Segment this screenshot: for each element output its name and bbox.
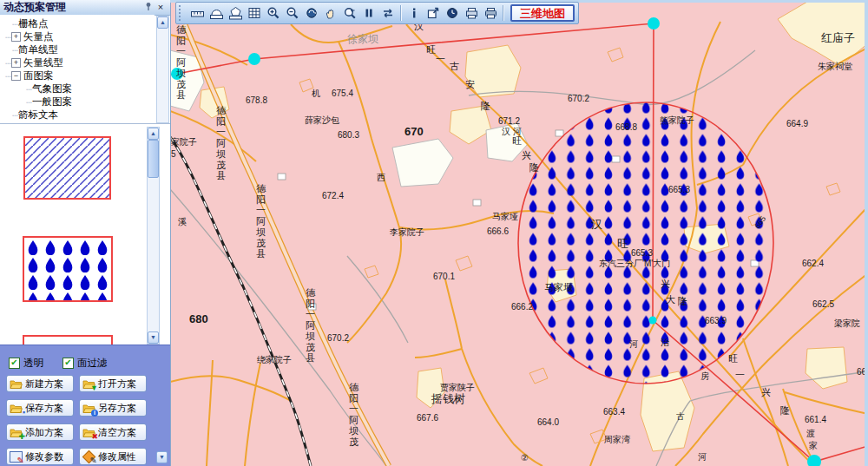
map-label: 梁家院: [834, 318, 860, 328]
clock-icon[interactable]: [443, 4, 462, 22]
print-preview-icon[interactable]: [462, 4, 481, 22]
map-label: 溪: [178, 217, 187, 226]
area-filter-label: 面过滤: [77, 357, 108, 370]
map-label: 家: [809, 441, 818, 450]
expand-icon[interactable]: +: [11, 58, 21, 68]
tree-item-label: 矢量线型: [23, 56, 63, 69]
zoom-in-icon[interactable]: [264, 4, 283, 22]
pin-icon[interactable]: [142, 2, 155, 13]
toolbar-separator: [503, 5, 504, 21]
zoom-out-icon[interactable]: [283, 4, 302, 22]
modify-params-button[interactable]: ✎ 修改参数: [6, 448, 74, 465]
tree-item-0[interactable]: ┄栅格点: [0, 17, 155, 30]
folder-info-icon: i: [82, 403, 95, 414]
tree-scrollbar[interactable]: ▲: [156, 16, 169, 123]
swap-view-icon[interactable]: [378, 4, 398, 22]
map-label: 周家湾: [604, 435, 630, 444]
open-plan-button[interactable]: ▼ 打开方案: [79, 375, 147, 392]
pan-hand-icon[interactable]: [321, 4, 340, 22]
add-plan-button[interactable]: ✚ 添加方案: [6, 423, 74, 441]
modify-props-button[interactable]: ✎ 修改属性: [79, 448, 147, 465]
navigate-sphere-icon[interactable]: [302, 4, 321, 22]
map-label: 安: [465, 79, 475, 89]
new-plan-button[interactable]: 新建方案: [6, 375, 74, 392]
map-label: 隆: [780, 405, 790, 416]
pattern-swatch-drops[interactable]: [23, 236, 113, 302]
grid-icon[interactable]: [245, 4, 264, 22]
map-canvas[interactable]: 徐家坝汉红庙子朱家祠堂664.9678.8机675.4薛家沙包680.3670.…: [170, 0, 868, 466]
map-label: 机: [312, 89, 320, 98]
pattern-scrollbar[interactable]: ▲ ▼: [147, 127, 160, 345]
scroll-up-icon[interactable]: ▲: [157, 16, 168, 29]
plan-handle-small[interactable]: [649, 317, 657, 325]
map-label: 隆: [481, 101, 490, 111]
map-label: 680: [189, 312, 208, 325]
plan-handle[interactable]: [648, 17, 660, 30]
x-badge-icon: ✖: [91, 433, 98, 441]
map-label: 662.5: [812, 299, 834, 309]
area-filter-checkbox[interactable]: ✔: [62, 358, 74, 369]
map-label: 西: [377, 173, 385, 182]
clear-plan-button[interactable]: ✖ 清空方案: [79, 423, 147, 441]
tree-item-label: 箭标文本: [18, 108, 58, 121]
scroll-down-icon[interactable]: ▼: [148, 331, 159, 344]
tree-item-4[interactable]: ┄−面图案: [0, 69, 155, 82]
folder-save-icon: ▪: [10, 403, 23, 414]
map-label: 675.4: [332, 89, 353, 98]
measure-path-icon[interactable]: [207, 4, 226, 22]
map-label: 旺: [617, 237, 628, 250]
map-label: 东汽三分厂'M'大门: [599, 259, 670, 268]
map-label: 旺: [512, 135, 522, 146]
map-label: 薛家沙包: [305, 115, 339, 125]
map-label: 671.2: [498, 116, 520, 126]
tree-item-5[interactable]: ┄气象图案: [0, 82, 155, 95]
map-label: 德阳一阿坝茂县: [256, 183, 266, 259]
tree-item-label: 面图案: [23, 69, 54, 82]
tree-item-7[interactable]: ┄箭标文本: [0, 108, 155, 121]
map-label: 德阳一阿坝茂县: [216, 105, 227, 180]
plan-handle[interactable]: [248, 53, 260, 65]
map-label: 666.2: [511, 302, 533, 312]
identify-info-icon[interactable]: [404, 4, 424, 22]
folder-add-icon: ✚: [10, 427, 23, 438]
collapse-icon[interactable]: −: [11, 71, 21, 81]
save-as-plan-button[interactable]: i 另存方案: [79, 399, 147, 417]
scroll-down-icon[interactable]: ▼: [156, 451, 168, 463]
tree-item-3[interactable]: ┄+矢量线型: [0, 56, 155, 69]
map-label: 兴: [522, 150, 531, 161]
zoom-previous-icon[interactable]: [340, 4, 359, 22]
map-label: 兴: [661, 279, 670, 289]
scroll-thumb[interactable]: [148, 140, 159, 178]
tree-item-6[interactable]: ┄一般图案: [0, 95, 155, 108]
map-toolbar[interactable]: 三维地图: [175, 2, 579, 24]
scroll-up-icon[interactable]: ▲: [148, 128, 159, 140]
export-icon[interactable]: [424, 4, 443, 22]
map-label: 德阳一阿坝茂: [349, 382, 359, 447]
expand-icon[interactable]: +: [11, 32, 21, 42]
map-label: 667.6: [417, 413, 438, 423]
plus-badge-icon: ✚: [18, 433, 25, 441]
map-label: 治: [661, 338, 669, 347]
transparent-checkbox[interactable]: ✔: [9, 358, 20, 369]
pencil-icon: ✎: [90, 456, 97, 465]
pause-icon[interactable]: [359, 4, 378, 22]
print-icon[interactable]: [481, 4, 500, 22]
map-label: 古: [676, 411, 685, 421]
sidebar-title: 动态预案管理: [3, 0, 142, 15]
folder-clear-icon: ✖: [82, 427, 95, 438]
map-label: 661.4: [805, 415, 826, 424]
tree-item-label: 气象图案: [32, 82, 72, 95]
tree-item-1[interactable]: ┄+矢量点: [0, 30, 155, 43]
close-icon[interactable]: ×: [155, 2, 167, 13]
map-label: 德阳一阿坝茂县: [306, 287, 316, 363]
toolbar-grip[interactable]: [179, 5, 184, 21]
measure-distance-icon[interactable]: [187, 4, 207, 22]
tree-item-label: 简单线型: [18, 43, 58, 56]
rain-area-ellipse[interactable]: [518, 102, 773, 384]
save-plan-button[interactable]: ▪ 保存方案: [6, 399, 74, 417]
tree-item-2[interactable]: ┄简单线型: [0, 43, 155, 56]
map-3d-button[interactable]: 三维地图: [510, 4, 575, 22]
map-label: 摇钱树: [431, 392, 465, 405]
pattern-swatch-hatch[interactable]: [23, 136, 111, 200]
measure-area-icon[interactable]: [226, 4, 245, 22]
